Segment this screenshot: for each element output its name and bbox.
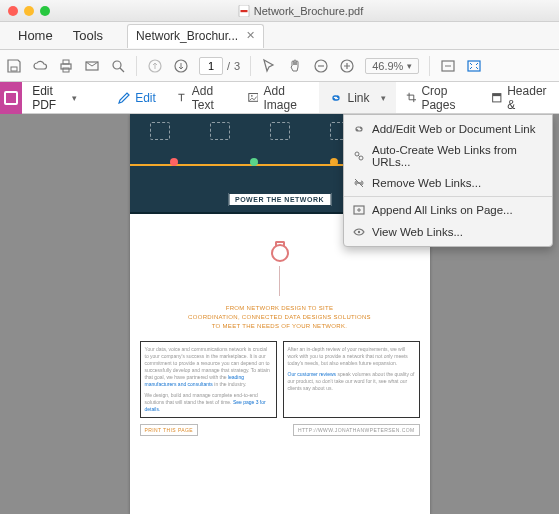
menu-view-links[interactable]: View Web Links... [344,221,552,243]
page-indicator: / 3 [199,57,240,75]
chevron-down-icon: ▾ [381,93,386,103]
right-column: After an in-depth review of your require… [283,341,420,418]
chevron-down-icon: ▾ [72,93,77,103]
edit-pdf-menu[interactable]: Edit PDF ▾ [22,82,87,113]
link-label: Link [348,91,370,105]
left-column: Your data, voice and communications netw… [140,341,277,418]
zoom-in-icon[interactable] [339,58,355,74]
maximize-window-button[interactable] [40,6,50,16]
svg-rect-1 [240,10,247,12]
main-toolbar: / 3 46.9% ▾ [0,50,559,82]
header-footer-tool[interactable]: Header & [481,82,559,113]
add-text-tool[interactable]: Add Text [166,82,238,113]
edit-label: Edit [135,91,156,105]
edit-pdf-label: Edit PDF [32,84,68,112]
close-window-button[interactable] [8,6,18,16]
link-tool[interactable]: Link ▾ [319,82,396,113]
document-viewport[interactable]: POWER THE NETWORK FROM NETWORK DESIGN TO… [0,114,559,514]
auto-link-icon [352,149,366,163]
menu-remove-links[interactable]: Remove Web Links... [344,172,552,194]
minimize-window-button[interactable] [24,6,34,16]
hero-badge: POWER THE NETWORK [228,193,331,206]
page-total: 3 [234,60,240,72]
remove-link-icon [352,176,366,190]
search-icon[interactable] [110,58,126,74]
svg-rect-2 [11,67,17,71]
add-image-tool[interactable]: Add Image [238,82,319,113]
print-icon[interactable] [58,58,74,74]
text-icon [176,91,187,105]
crop-pages-tool[interactable]: Crop Pages [396,82,481,113]
zoom-value: 46.9% [372,60,403,72]
mail-icon[interactable] [84,58,100,74]
svg-point-7 [113,61,121,69]
link-dropdown-menu: Add/Edit Web or Document Link Auto-Creat… [343,114,553,247]
add-image-label: Add Image [263,84,308,112]
link-icon [352,122,366,136]
svg-rect-13 [468,61,480,71]
stopwatch-icon [271,244,289,262]
header-icon [491,91,503,105]
window-title-wrap: Network_Brochure.pdf [50,5,551,17]
toolbar-separator [429,56,430,76]
chevron-down-icon: ▾ [407,61,412,71]
edit-toolbar: Edit PDF ▾ Edit Add Text Add Image Link … [0,82,559,114]
document-tab[interactable]: Network_Brochur... ✕ [127,24,264,48]
window-titlebar: Network_Brochure.pdf [0,0,559,22]
svg-rect-17 [492,93,500,95]
svg-point-21 [358,231,360,233]
add-text-label: Add Text [192,84,228,112]
pdf-file-icon [238,5,250,17]
tab-tools[interactable]: Tools [63,22,113,49]
page-up-icon[interactable] [147,58,163,74]
window-title: Network_Brochure.pdf [254,5,363,17]
print-page-link: PRINT THIS PAGE [140,424,199,436]
sidebar-toggle[interactable] [0,82,22,114]
fit-width-icon[interactable] [440,58,456,74]
header-label: Header & [507,84,549,112]
app-tabs-row: Home Tools Network_Brochur... ✕ [0,22,559,50]
document-tab-label: Network_Brochur... [136,29,238,43]
image-icon [248,91,259,105]
link-icon [329,91,343,105]
traffic-lights [8,6,50,16]
toolbar-separator [136,56,137,76]
select-tool-icon[interactable] [261,58,277,74]
menu-auto-create-links[interactable]: Auto-Create Web Links from URLs... [344,140,552,172]
crop-icon [406,91,417,105]
footer-url: HTTP://WWW.JONATHANWPETERSEN.COM [293,424,420,436]
zoom-out-icon[interactable] [313,58,329,74]
zoom-select[interactable]: 46.9% ▾ [365,58,419,74]
hand-tool-icon[interactable] [287,58,303,74]
tab-home[interactable]: Home [8,22,63,49]
menu-add-edit-link[interactable]: Add/Edit Web or Document Link [344,118,552,140]
body-columns: Your data, voice and communications netw… [130,335,430,422]
menu-separator [344,196,552,197]
page-footer: PRINT THIS PAGE HTTP://WWW.JONATHANWPETE… [130,422,430,444]
page-sep: / [227,60,230,72]
page-down-icon[interactable] [173,58,189,74]
append-icon [352,203,366,217]
svg-point-15 [251,95,253,97]
close-tab-icon[interactable]: ✕ [246,29,255,42]
page-number-input[interactable] [199,57,223,75]
crop-label: Crop Pages [421,84,470,112]
save-icon[interactable] [6,58,22,74]
connector-line [279,266,280,296]
toolbar-separator [250,56,251,76]
menu-append-links[interactable]: Append All Links on Page... [344,199,552,221]
fit-page-icon[interactable] [466,58,482,74]
eye-icon [352,225,366,239]
edit-tool[interactable]: Edit [107,82,166,113]
cloud-icon[interactable] [32,58,48,74]
section-heading: FROM NETWORK DESIGN TO SITE COORDINATION… [130,300,430,335]
pencil-icon [117,91,131,105]
